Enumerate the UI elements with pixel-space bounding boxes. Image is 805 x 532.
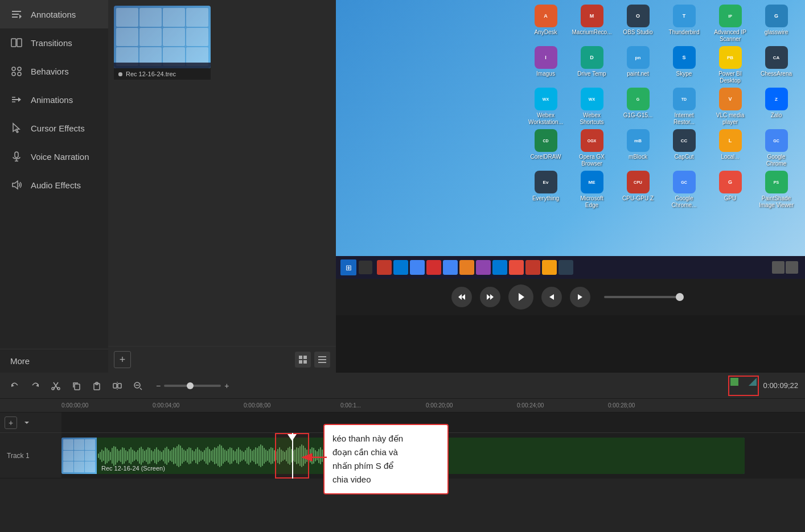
sidebar-item-transitions[interactable]: Transitions xyxy=(0,28,108,57)
next-frame-button[interactable] xyxy=(570,287,590,307)
playhead-line xyxy=(292,433,293,479)
taskbar-app-1 xyxy=(377,260,392,275)
taskbar-app-2 xyxy=(393,260,408,275)
media-panel: ⏺ Rec 12-16-24.trec + xyxy=(108,0,336,373)
taskbar-apps xyxy=(375,260,770,275)
desktop-icon-gpu: GGPU xyxy=(712,171,749,209)
svg-point-7 xyxy=(18,67,21,71)
add-track-button[interactable]: + xyxy=(5,416,17,429)
sidebar-item-voice-narration[interactable]: Voice Narration xyxy=(0,142,108,171)
add-media-button[interactable]: + xyxy=(114,351,131,368)
current-time-display: 0:00:09;22 xyxy=(763,381,798,390)
preview-video: AAnyDesk MMacriumReco... OOBS Studio TTh… xyxy=(336,0,805,279)
desktop-icon-glasswire: Gglasswire xyxy=(758,5,795,43)
svg-marker-26 xyxy=(458,294,462,300)
ruler-mark-24: 0:00:24;00 xyxy=(517,402,544,409)
sidebar-item-behaviors[interactable]: Behaviors xyxy=(0,57,108,85)
more-button[interactable]: More xyxy=(0,349,108,373)
taskbar-app-10 xyxy=(525,260,540,275)
desktop-icon-webex2: WXWebex Shortcuts xyxy=(573,88,610,126)
sidebar-item-audio-effects[interactable]: Audio Effects xyxy=(0,171,108,199)
copy-button[interactable] xyxy=(68,378,84,394)
taskbar-app-11 xyxy=(542,260,557,275)
svg-rect-37 xyxy=(75,384,80,390)
desktop-icon-webex1: WXWebex Workstation... xyxy=(527,88,564,126)
zoom-track[interactable] xyxy=(164,385,221,387)
media-thumbnail[interactable] xyxy=(114,6,211,68)
ruler-mark-8: 0:00:08;00 xyxy=(244,402,270,409)
clip-thumbnail xyxy=(61,438,97,474)
desktop-icon-zalo: ZZalo xyxy=(758,88,795,126)
svg-marker-14 xyxy=(13,123,19,133)
desktop-icon-cpugpuz: CPUCPU-GPU Z xyxy=(619,171,656,209)
desktop-icon-everything: EvEverything xyxy=(527,171,564,209)
split-frame-indicator xyxy=(728,376,759,396)
media-file-label: ⏺ Rec 12-16-24.trec xyxy=(114,68,211,80)
svg-rect-5 xyxy=(17,39,22,47)
svg-point-35 xyxy=(52,387,54,390)
sidebar-item-behaviors-label: Behaviors xyxy=(31,67,69,76)
sidebar-item-cursor-effects[interactable]: Cursor Effects xyxy=(0,114,108,142)
split-button[interactable] xyxy=(109,378,125,394)
desktop-icon-thunderbird: TThunderbird xyxy=(666,5,703,43)
desktop-icon-teamdesk: TDInternet Restor... xyxy=(666,88,703,126)
ruler-mark-20: 0:00:20;00 xyxy=(426,402,453,409)
track-expand-button[interactable] xyxy=(20,416,33,429)
track-1-label: Track 1 xyxy=(0,433,61,479)
svg-marker-18 xyxy=(13,181,18,189)
clip-label: Rec 12-16-24 (Screen) xyxy=(101,465,165,472)
tray-icon-1 xyxy=(772,261,785,274)
svg-marker-11 xyxy=(18,97,21,102)
audio-effects-icon xyxy=(10,179,23,191)
record-icon: ⏺ xyxy=(117,71,124,77)
zoom-out-minus[interactable] xyxy=(130,378,146,394)
desktop-icon-vlc: VVLC media player xyxy=(712,88,749,126)
sidebar-item-voice-narration-label: Voice Narration xyxy=(31,152,89,162)
paste-button[interactable] xyxy=(89,378,105,394)
zoom-minus-label: − xyxy=(156,381,161,390)
taskbar-app-3 xyxy=(410,260,425,275)
svg-point-36 xyxy=(57,387,60,390)
annotation-text: kéo thanh này đếnđoạn cần chia vànhấn ph… xyxy=(332,432,440,486)
taskbar-tray xyxy=(772,261,798,274)
taskbar-app-12 xyxy=(558,260,573,275)
svg-marker-30 xyxy=(519,293,524,301)
desktop-icon-obs: OOBS Studio xyxy=(619,5,656,43)
step-forward-button[interactable] xyxy=(480,287,500,307)
sidebar-item-annotations[interactable]: Annotations xyxy=(0,0,108,28)
annotation-arrow xyxy=(299,452,328,467)
svg-rect-25 xyxy=(318,362,326,363)
zoom-slider[interactable]: − + xyxy=(156,381,229,390)
ruler-mark-0: 0:00:00;00 xyxy=(61,402,88,409)
desktop-icon-imagus: IImagus xyxy=(527,46,564,84)
svg-rect-4 xyxy=(11,39,16,47)
add-track-row: + xyxy=(0,413,61,433)
sidebar: Annotations Transitions Behaviors Animat… xyxy=(0,0,108,373)
list-view-button[interactable] xyxy=(314,352,330,368)
undo-button[interactable] xyxy=(7,378,23,394)
play-button[interactable] xyxy=(508,284,533,310)
taskbar-start: ⊞ xyxy=(340,259,356,275)
grid-view-button[interactable] xyxy=(295,352,311,368)
tracks-area: Rec 12-16-24 (Screen) kéo thanh này đếnđ… xyxy=(61,413,805,532)
desktop-icon-skype: SSkype xyxy=(666,46,703,84)
svg-line-44 xyxy=(140,388,142,390)
annotations-icon xyxy=(10,8,23,20)
desktop-icon-edge: MEMicrosoft Edge xyxy=(573,171,610,209)
track-1-name: Track 1 xyxy=(7,452,30,460)
rewind-button[interactable] xyxy=(451,287,472,307)
desktop-icon-chessarena: CAChessArena xyxy=(758,46,795,84)
ruler-mark-12: 0:00:1... xyxy=(340,402,361,409)
svg-rect-15 xyxy=(15,152,18,158)
taskbar-app-7 xyxy=(476,260,491,275)
svg-rect-21 xyxy=(299,360,302,364)
prev-frame-button[interactable] xyxy=(541,287,562,307)
cut-button[interactable] xyxy=(48,378,64,394)
timeline-area: − + 0:00:09;22 + xyxy=(0,373,805,532)
redo-button[interactable] xyxy=(27,378,43,394)
playback-progress[interactable] xyxy=(604,296,684,298)
media-content: ⏺ Rec 12-16-24.trec xyxy=(108,0,336,346)
sidebar-item-animations[interactable]: Animations xyxy=(0,85,108,114)
svg-rect-2 xyxy=(12,17,18,18)
svg-rect-40 xyxy=(113,383,117,388)
